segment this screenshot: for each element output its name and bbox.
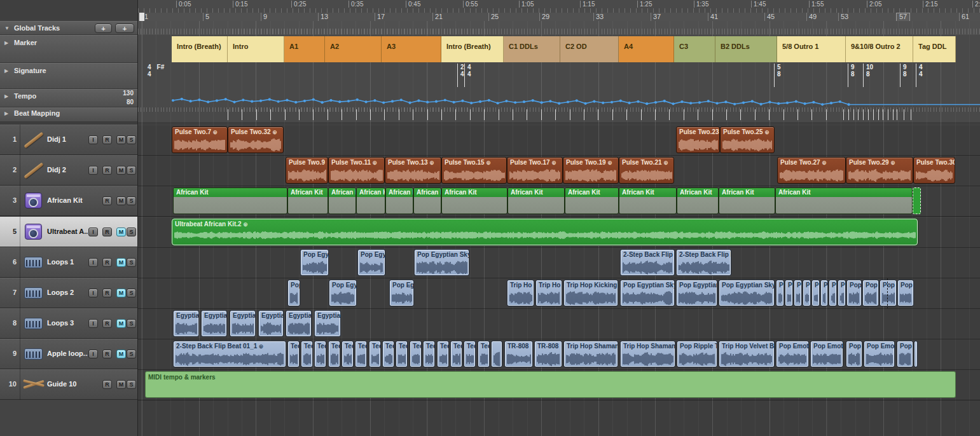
region-tec[interactable]: Tec [478,341,490,367]
beat-tick[interactable] [313,109,314,120]
region-trip-ho[interactable]: Trip Ho [535,280,562,306]
region-tec[interactable]: Tec [450,341,462,367]
beat-tick[interactable] [726,109,727,120]
marker-region[interactable]: A3 [382,36,441,62]
region-african-kit[interactable]: African Kit [287,187,328,214]
input-monitor-button[interactable]: I [88,319,98,328]
record-enable-button[interactable]: R [102,350,112,358]
region-tec[interactable]: Tec [382,341,394,367]
beat-tick[interactable] [698,109,698,120]
region-tec[interactable]: Tec [464,341,476,367]
region-sliver[interactable] [914,341,918,367]
region-tec[interactable]: Tec [342,341,354,367]
region-african-kit[interactable]: African Kit [356,187,385,214]
region-egyptian[interactable]: Egyptian [201,310,227,337]
bar-ruler[interactable]: 15913172125293337414549535761 [138,13,980,22]
beat-mapping-track-header[interactable]: ▶ Beat Mapping [0,107,137,122]
region-african-kit[interactable]: African Kit [565,187,619,214]
beat-tick[interactable] [527,109,527,120]
marker-region[interactable]: Intro (Breath) [172,36,228,62]
region-pop[interactable]: Pop [846,280,862,306]
signature-entry[interactable]: 44 [464,64,471,87]
region-tec[interactable]: Tec [328,341,340,367]
region-pop-egy[interactable]: Pop Egy [300,249,329,276]
region-pop-egy[interactable]: Pop Egy [329,280,357,306]
beat-tick[interactable] [584,109,584,120]
beat-tick[interactable] [883,109,883,120]
region-trip-hop-velvet-b[interactable]: Trip Hop Velvet B [719,341,775,367]
marker-region[interactable]: Intro [228,36,284,62]
mute-button[interactable]: M [116,166,126,175]
beat-tick[interactable] [641,109,642,120]
track-header-didj-2[interactable]: 2Didj 2IRMS [0,155,137,186]
beat-tick[interactable] [285,109,286,120]
region-pulse-two-21[interactable]: Pulse Two.21 ⊕ [619,157,674,184]
track-header-didj-1[interactable]: 1Didj 1IRMS [0,125,137,155]
marker-region[interactable]: Tag DDL [913,36,956,62]
beat-tick[interactable] [427,109,428,120]
solo-button[interactable]: S [127,228,136,236]
region-pop-egyptian-sky[interactable]: Pop Egyptian Sky [414,249,469,276]
beat-tick[interactable] [797,109,798,120]
region-trip-hop-shaman[interactable]: Trip Hop Shaman [620,341,675,367]
beat-tick[interactable] [740,109,741,120]
region-african-kit[interactable]: African Kit [775,187,913,214]
beat-tick[interactable] [555,109,556,120]
region-2-step-back-flip-beat-01-1[interactable]: 2-Step Back Flip Beat 01_1 ⊕ [173,341,286,367]
region-pulse-two-19[interactable]: Pulse Two.19 ⊕ [563,157,619,184]
region-pop[interactable]: Pop [880,280,897,306]
expand-triangle-icon[interactable]: ▶ [4,68,8,74]
time-ruler[interactable]: 0:050:150:250:350:450:551:051:151:251:35… [138,0,980,13]
region-af[interactable] [913,187,921,214]
region-2-step-back-flip-i[interactable]: 2-Step Back Flip I [676,249,731,276]
region-pulse-two-23[interactable]: Pulse Two.23 [676,126,720,153]
beat-tick[interactable] [863,109,864,120]
region-egyptian[interactable]: Egyptian [173,310,199,337]
beat-tick[interactable] [513,109,513,120]
track-header-guide-10[interactable]: 10Guide 10RMS [0,369,137,400]
beat-tick[interactable] [612,109,613,120]
region-sliver[interactable] [491,341,502,367]
region-p[interactable]: P [811,280,820,306]
beat-tick[interactable] [598,109,598,120]
region-p[interactable]: P [820,280,828,306]
beat-tick[interactable] [755,109,756,120]
region-african-kit[interactable]: African Kit [413,187,441,214]
ruler-start-handle[interactable] [139,12,145,22]
tempo-lane[interactable] [138,89,980,108]
region-african-kit[interactable]: African Kit [385,187,413,214]
region-pop-egyptian[interactable]: Pop Egyptian [676,280,717,306]
region-midi-tempo-markers[interactable]: MIDI tempo & markers [145,371,956,398]
record-enable-button[interactable]: R [102,228,112,236]
input-monitor-button[interactable]: I [88,166,98,175]
marker-region[interactable]: Intro (Breath) [441,36,504,62]
beat-tick[interactable] [455,109,456,120]
beat-tick[interactable] [893,109,894,120]
signature-entry[interactable]: 44 [916,64,923,87]
region-pulse-two-25[interactable]: Pulse Two.25 ⊕ [720,126,775,153]
region-2-step-back-flip-i[interactable]: 2-Step Back Flip I [620,249,675,276]
solo-button[interactable]: S [127,380,136,389]
mute-button[interactable]: M [116,350,126,358]
region-pop[interactable]: Pop [897,341,913,367]
tempo-curve[interactable] [138,89,980,107]
region-trip-hop-shaman[interactable]: Trip Hop Shaman [563,341,618,367]
signature-entry[interactable]: 108 [863,64,873,87]
signature-entry[interactable]: 24 [457,64,464,87]
region-tr-808[interactable]: TR-808 [504,341,533,367]
beat-tick[interactable] [783,109,784,120]
input-monitor-button[interactable]: I [88,135,98,144]
input-monitor-button[interactable]: I [88,228,98,236]
beat-tick[interactable] [873,109,874,120]
record-enable-button[interactable]: R [102,380,112,389]
mute-button[interactable]: M [116,196,126,205]
solo-button[interactable]: S [127,135,136,144]
region-tec[interactable]: Tec [355,341,367,367]
region-tec[interactable]: Tec [301,341,313,367]
region-pop[interactable]: Pop [846,341,862,367]
track-header-loops-3[interactable]: 8Loops 3IRMS [0,308,137,339]
region-trip-ho[interactable]: Trip Ho [507,280,534,306]
beat-tick[interactable] [848,109,849,120]
expand-triangle-icon[interactable]: ▶ [4,93,8,99]
input-monitor-button[interactable]: I [88,289,98,297]
